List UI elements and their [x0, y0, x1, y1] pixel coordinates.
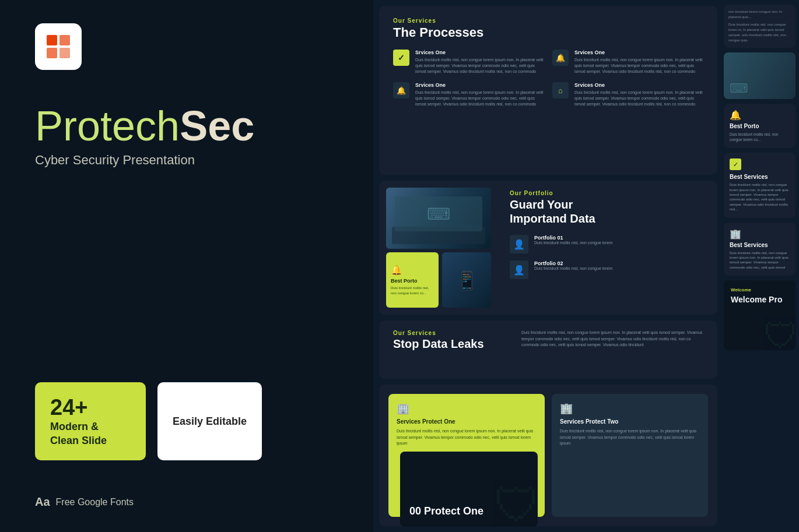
welcome-partial: Welcome Welcome Pro 🛡	[724, 280, 796, 350]
protect-title-1: Services Protect One	[397, 418, 537, 425]
data-leaks-label: Our Services	[393, 330, 510, 336]
check-icon-box: ✓	[393, 50, 409, 66]
portfolio-2-label: Portfolio 02	[534, 260, 612, 266]
service-title-3: Srvices One	[415, 82, 544, 88]
fonts-row: Aa Free Google Fonts	[35, 495, 338, 509]
service-title-4: Srvices One	[574, 82, 703, 88]
svg-rect-3	[59, 48, 70, 58]
best-services-1-desc: Duis tincidunt mollis nisl, non congue l…	[730, 182, 790, 212]
fonts-aa: Aa	[35, 495, 50, 509]
services-grid: ✓ Srvices One Duis tincidunt mollis nisl…	[393, 50, 703, 107]
check-icon-partial: ✓	[730, 158, 741, 170]
brand-title: ProtechSec	[35, 105, 338, 147]
service-desc-4: Duis tincidunt mollis nisl, non congue l…	[574, 90, 703, 107]
svg-rect-0	[47, 35, 57, 45]
badge-editable: Easily Editable	[157, 382, 262, 460]
portfolio-2-desc: Duis tincidunt mollis nisl, non congue l…	[534, 266, 612, 270]
avatar-icon-2: 👤	[510, 260, 528, 279]
data-leaks-title: Stop Data Leaks	[393, 337, 510, 351]
best-porto-title: Best Porto	[391, 278, 434, 284]
best-porto-partial-desc: Duis tincidunt mollis nisl, non congue l…	[730, 132, 790, 142]
far-right-top-text: non tincidunt lorem congue non. In place…	[728, 9, 791, 20]
far-right-top-text2: Duis tincidunt mollis nisl. non congue l…	[728, 22, 791, 43]
portfolio-1-label: Portfolio 01	[534, 235, 612, 241]
badges-row: 24+ Modern &Clean Slide Easily Editable	[35, 382, 338, 460]
protect-item-2: 🏢 Services Protect Two Duis tincidunt mo…	[552, 394, 708, 517]
bell-icon-partial: 🔔	[730, 110, 790, 121]
best-services-1-title: Best Services	[730, 174, 790, 180]
protect-one-shield-icon: 🛡	[494, 479, 538, 527]
service-item-3: 🔔 Srvices One Duis tincidunt mollis nisl…	[393, 82, 544, 107]
data-leaks-desc: Duis tincidunt mollis nisl, non congue l…	[521, 330, 703, 348]
far-right-best-services-2: 🏢 Best Services Duis tincidunt mollis ni…	[724, 223, 796, 276]
best-porto-partial-title: Best Porto	[730, 123, 790, 129]
bell-icon-2: 🔔	[397, 86, 406, 95]
far-right-laptop: ⌨	[724, 52, 796, 99]
protect-one-card: 00 Protect One 🛡	[400, 452, 538, 527]
protect-desc-2: Duis tincidunt mollis nisl, non congue l…	[560, 428, 700, 447]
brand-bold: Sec	[180, 103, 254, 149]
slide-data-leaks: Our Services Stop Data Leaks Duis tincid…	[379, 320, 717, 379]
best-porto-desc: Duis tincidunt mollis nisl, non congue l…	[391, 286, 434, 295]
badge-number: 24+	[50, 395, 131, 420]
portfolio-1-desc: Duis tincidunt mollis nisl, non congue l…	[534, 241, 612, 245]
badge-label: Modern &Clean Slide	[50, 420, 131, 448]
service-item-2: 🔔 Srvices One Duis tincidunt mollis nisl…	[552, 50, 703, 74]
brand-light: Protech	[35, 103, 180, 149]
protect-desc-1: Duis tincidunt mollis nisl, non congue l…	[397, 428, 537, 447]
portfolio-label: Our Portfolio	[510, 190, 709, 196]
portfolio-bottom-images: 🔔 Best Porto Duis tincidunt mollis nisl,…	[386, 252, 495, 308]
avatar-icon-1: 👤	[510, 235, 528, 253]
person-icon-1: 👤	[513, 239, 525, 250]
service-desc-1: Duis tincidunt mollis nisl, non congue l…	[415, 57, 544, 74]
service-title-1: Srvices One	[415, 50, 544, 55]
service-item-1: ✓ Srvices One Duis tincidunt mollis nisl…	[393, 50, 544, 74]
processes-label: Our Services	[393, 17, 703, 24]
fonts-label: Free Google Fonts	[56, 497, 134, 508]
left-panel: ProtechSec Cyber Security Presentation 2…	[0, 0, 373, 532]
processes-title: The Processes	[393, 25, 703, 40]
building-icon-partial: 🏢	[730, 228, 790, 239]
office-icon	[35, 23, 82, 70]
welcome-title: Welcome Pro	[731, 295, 789, 304]
laptop-image: ⌨	[386, 188, 491, 249]
slide-processes: Our Services The Processes ✓ Srvices One…	[379, 6, 717, 175]
far-right-top: non tincidunt lorem congue non. In place…	[724, 5, 796, 48]
building-icon-dark: 🏢	[560, 402, 700, 415]
check-icon: ✓	[398, 53, 405, 62]
bell-yellow-icon: 🔔	[391, 265, 434, 276]
building-icon-green: 🏢	[397, 402, 537, 415]
phone-image: 📱	[442, 252, 491, 308]
best-porto-card: 🔔 Best Porto Duis tincidunt mollis nisl,…	[386, 252, 439, 308]
service-desc-3: Duis tincidunt mollis nisl, non congue l…	[415, 90, 544, 107]
person-icon-2: 👤	[513, 265, 525, 276]
svg-rect-1	[59, 35, 70, 45]
portfolio-items: 👤 Portfolio 01 Duis tincidunt mollis nis…	[510, 235, 709, 279]
badge-count: 24+ Modern &Clean Slide	[35, 382, 146, 460]
best-services-2-title: Best Services	[730, 242, 790, 248]
bell-icon-box-2: 🔔	[393, 82, 409, 98]
welcome-label: Welcome	[731, 287, 789, 293]
brand-subtitle: Cyber Security Presentation	[35, 153, 338, 168]
service-title-2: Srvices One	[574, 50, 703, 55]
portfolio-item-2: 👤 Portfolio 02 Duis tincidunt mollis nis…	[510, 260, 709, 279]
portfolio-images: ⌨ 🔔 Best Porto Duis tincidunt mollis nis…	[379, 181, 502, 315]
home-icon-box: ⌂	[552, 82, 569, 98]
portfolio-title: Guard Your Importand Data	[510, 198, 709, 226]
laptop-icon: ⌨	[730, 81, 748, 96]
portfolio-info: Our Portfolio Guard Your Importand Data …	[502, 181, 717, 315]
portfolio-item-1: 👤 Portfolio 01 Duis tincidunt mollis nis…	[510, 235, 709, 253]
bell-icon-box-1: 🔔	[552, 50, 569, 66]
slide-portfolio: ⌨ 🔔 Best Porto Duis tincidunt mollis nis…	[379, 181, 717, 315]
shield-bg-icon: 🛡	[763, 316, 796, 350]
far-right-best-services-1: ✓ Best Services Duis tincidunt mollis ni…	[724, 153, 796, 217]
far-right-best-porto: 🔔 Best Porto Duis tincidunt mollis nisl,…	[724, 104, 796, 148]
service-item-4: ⌂ Srvices One Duis tincidunt mollis nisl…	[552, 82, 703, 107]
best-services-2-desc: Duis tincidunt mollis nisl, non congue l…	[730, 251, 790, 270]
protect-title-2: Services Protect Two	[560, 418, 700, 425]
svg-rect-2	[47, 48, 57, 58]
home-icon: ⌂	[558, 86, 563, 95]
bell-icon-1: 🔔	[556, 54, 565, 62]
badge-editable-label: Easily Editable	[173, 415, 247, 428]
far-right-panel: non tincidunt lorem congue non. In place…	[720, 0, 799, 532]
